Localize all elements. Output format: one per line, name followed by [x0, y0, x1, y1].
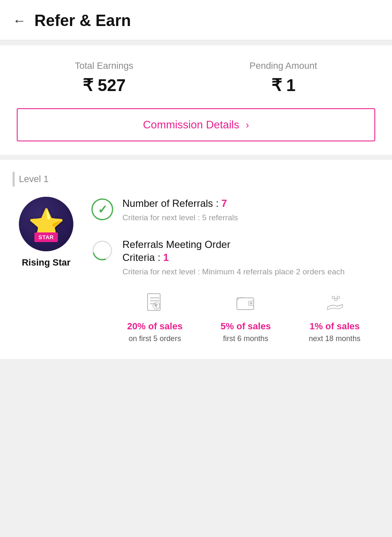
- pending-amount-label: Pending Amount: [249, 60, 317, 71]
- partial-circle-icon: [91, 240, 113, 261]
- commission-item-0: ₹ 20% of sales on first 5 orders: [127, 292, 182, 344]
- commission-details-button[interactable]: Commission Details ›: [17, 108, 375, 141]
- level-text: Level 1: [19, 174, 49, 185]
- total-earnings-col: Total Earnings ₹ 527: [75, 60, 133, 95]
- commission-desc-0: on first 5 orders: [127, 334, 182, 344]
- commission-desc-1: first 6 months: [221, 334, 271, 344]
- order-criteria-item: Referrals Meeting OrderCriteria : 1 Crit…: [91, 238, 379, 278]
- referrals-title: Number of Referrals : 7: [122, 197, 238, 210]
- commission-items-row: ₹ 20% of sales on first 5 orders: [91, 292, 379, 344]
- badge-name: Rising Star: [22, 257, 70, 268]
- badge-column: ⭐ STAR Rising Star: [13, 197, 80, 268]
- level-indicator: Level 1: [13, 172, 379, 187]
- page-title: Refer & Earn: [34, 12, 131, 30]
- level-section: Level 1 ⭐ STAR Rising Star ✓ Number of R…: [0, 160, 392, 359]
- earnings-row: Total Earnings ₹ 527 Pending Amount ₹ 1: [17, 60, 375, 95]
- check-circle-icon: ✓: [91, 198, 113, 220]
- commission-percent-1: 5% of sales: [221, 321, 271, 332]
- badge-circle: ⭐ STAR: [19, 197, 73, 251]
- header: ← Refer & Earn: [0, 0, 392, 40]
- svg-point-13: [337, 296, 340, 299]
- progress-circle-svg: [91, 240, 113, 261]
- hand-cash-icon: [309, 292, 361, 317]
- criteria-column: ✓ Number of Referrals : 7 Criteria for n…: [91, 197, 379, 344]
- order-title: Referrals Meeting OrderCriteria : 1: [122, 238, 345, 264]
- total-earnings-label: Total Earnings: [75, 60, 133, 71]
- pending-amount-value: ₹ 1: [249, 76, 317, 95]
- commission-desc-2: next 18 months: [309, 334, 361, 344]
- referrals-criteria-item: ✓ Number of Referrals : 7 Criteria for n…: [91, 197, 379, 224]
- badge-ribbon: STAR: [34, 232, 58, 242]
- wallet-icon: [221, 292, 271, 317]
- commission-item-1: 5% of sales first 6 months: [221, 292, 271, 344]
- commission-item-2: 1% of sales next 18 months: [309, 292, 361, 344]
- checkmark-icon: ✓: [98, 203, 107, 216]
- referrals-text: Number of Referrals : 7 Criteria for nex…: [122, 197, 238, 224]
- svg-point-11: [335, 298, 337, 301]
- receipt-icon: ₹: [127, 292, 182, 317]
- order-value: 1: [163, 252, 169, 263]
- pending-amount-col: Pending Amount ₹ 1: [249, 60, 317, 95]
- earnings-card: Total Earnings ₹ 527 Pending Amount ₹ 1 …: [0, 45, 392, 155]
- total-earnings-value: ₹ 527: [75, 76, 133, 95]
- svg-text:₹: ₹: [155, 304, 157, 308]
- level-content: ⭐ STAR Rising Star ✓ Number of Referrals…: [13, 197, 379, 344]
- commission-percent-2: 1% of sales: [309, 321, 361, 332]
- order-sub: Criteria for next level : Minimum 4 refe…: [122, 266, 345, 278]
- chevron-right-icon: ›: [246, 119, 249, 130]
- referrals-sub: Criteria for next level : 5 referrals: [122, 212, 238, 224]
- svg-point-10: [250, 302, 252, 304]
- referrals-value: 7: [221, 198, 227, 209]
- level-bar: [13, 172, 15, 187]
- back-button[interactable]: ←: [13, 13, 26, 29]
- order-text: Referrals Meeting OrderCriteria : 1 Crit…: [122, 238, 345, 278]
- commission-percent-0: 20% of sales: [127, 321, 182, 332]
- svg-point-12: [332, 296, 335, 299]
